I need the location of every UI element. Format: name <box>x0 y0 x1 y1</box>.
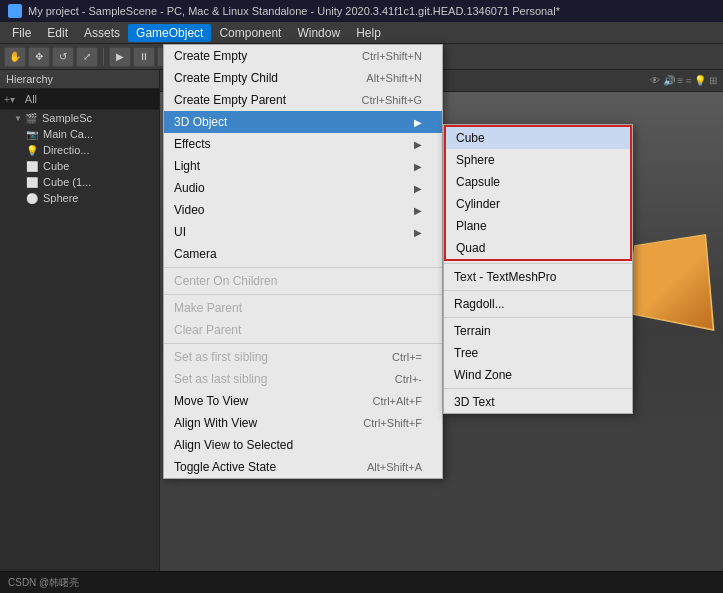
3dtext-label: 3D Text <box>454 395 494 409</box>
menu-edit[interactable]: Edit <box>39 24 76 42</box>
create-empty-child-shortcut: Alt+Shift+N <box>366 72 422 84</box>
menu-help[interactable]: Help <box>348 24 389 42</box>
cube-label: Cube <box>456 131 485 145</box>
hierarchy-item-directional[interactable]: 💡 Directio... <box>0 142 159 158</box>
3d-object-label: 3D Object <box>174 115 227 129</box>
cube-icon1: ⬜ <box>26 161 38 172</box>
scale-tool[interactable]: ⤢ <box>76 47 98 67</box>
menu-effects[interactable]: Effects ▶ <box>164 133 442 155</box>
make-parent-label: Make Parent <box>174 301 242 315</box>
menu-bar: File Edit Assets GameObject Component Wi… <box>0 22 723 44</box>
submenu-ragdoll[interactable]: Ragdoll... <box>444 293 632 315</box>
first-sibling-shortcut: Ctrl+= <box>392 351 422 363</box>
menu-move-to-view[interactable]: Move To View Ctrl+Alt+F <box>164 390 442 412</box>
toggle-active-shortcut: Alt+Shift+A <box>367 461 422 473</box>
submenu-quad[interactable]: Quad <box>446 237 630 259</box>
directional-label: Directio... <box>43 144 89 156</box>
add-hierarchy-btn[interactable]: +▾ <box>4 94 15 105</box>
center-children-label: Center On Children <box>174 274 277 288</box>
effects-arrow: ▶ <box>414 139 422 150</box>
menu-make-parent: Make Parent <box>164 297 442 319</box>
rotate-tool[interactable]: ↺ <box>52 47 74 67</box>
submenu-windzone[interactable]: Wind Zone <box>444 364 632 386</box>
create-empty-parent-shortcut: Ctrl+Shift+G <box>361 94 422 106</box>
menu-align-view-selected[interactable]: Align View to Selected <box>164 434 442 456</box>
menu-3d-object[interactable]: 3D Object ▶ <box>164 111 442 133</box>
submenu-textmeshpro[interactable]: Text - TextMeshPro <box>444 266 632 288</box>
hierarchy-item-samplescene[interactable]: ▼ 🎬 SampleSc <box>0 110 159 126</box>
ui-arrow: ▶ <box>414 227 422 238</box>
menu-toggle-active[interactable]: Toggle Active State Alt+Shift+A <box>164 456 442 478</box>
hierarchy-item-cube2[interactable]: ⬜ Cube (1... <box>0 174 159 190</box>
light-icon: 💡 <box>26 145 38 156</box>
plane-label: Plane <box>456 219 487 233</box>
terrain-label: Terrain <box>454 324 491 338</box>
window-title: My project - SampleScene - PC, Mac & Lin… <box>28 5 560 17</box>
scene-label: SampleSc <box>42 112 92 124</box>
menu-create-empty-parent[interactable]: Create Empty Parent Ctrl+Shift+G <box>164 89 442 111</box>
camera-label: Camera <box>174 247 217 261</box>
menu-clear-parent: Clear Parent <box>164 319 442 341</box>
menu-center-on-children: Center On Children <box>164 270 442 292</box>
cube2-label: Cube (1... <box>43 176 91 188</box>
submenu-sphere[interactable]: Sphere <box>446 149 630 171</box>
last-sibling-shortcut: Ctrl+- <box>395 373 422 385</box>
submenu-3dtext[interactable]: 3D Text <box>444 391 632 413</box>
menu-assets[interactable]: Assets <box>76 24 128 42</box>
hierarchy-item-cube1[interactable]: ⬜ Cube <box>0 158 159 174</box>
pause-btn[interactable]: ⏸ <box>133 47 155 67</box>
camera-icon: 📷 <box>26 129 38 140</box>
submenu-capsule[interactable]: Capsule <box>446 171 630 193</box>
menu-window[interactable]: Window <box>289 24 348 42</box>
align-with-view-label: Align With View <box>174 416 257 430</box>
menu-align-with-view[interactable]: Align With View Ctrl+Shift+F <box>164 412 442 434</box>
submenu-plane[interactable]: Plane <box>446 215 630 237</box>
submenu-tree[interactable]: Tree <box>444 342 632 364</box>
menu-camera[interactable]: Camera <box>164 243 442 265</box>
first-sibling-label: Set as first sibling <box>174 350 268 364</box>
submenu-sep2 <box>444 290 632 291</box>
hierarchy-search[interactable] <box>19 91 155 107</box>
menu-light[interactable]: Light ▶ <box>164 155 442 177</box>
quad-label: Quad <box>456 241 485 255</box>
hand-tool[interactable]: ✋ <box>4 47 26 67</box>
sep1 <box>164 267 442 268</box>
menu-first-sibling: Set as first sibling Ctrl+= <box>164 346 442 368</box>
menu-audio[interactable]: Audio ▶ <box>164 177 442 199</box>
menu-gameobject[interactable]: GameObject <box>128 24 211 42</box>
menu-video[interactable]: Video ▶ <box>164 199 442 221</box>
align-view-selected-label: Align View to Selected <box>174 438 293 452</box>
menu-file[interactable]: File <box>4 24 39 42</box>
submenu-sep3 <box>444 317 632 318</box>
submenu-cube[interactable]: Cube <box>446 127 630 149</box>
submenu-sep4 <box>444 388 632 389</box>
menu-component[interactable]: Component <box>211 24 289 42</box>
create-empty-child-label: Create Empty Child <box>174 71 278 85</box>
sphere-label: Sphere <box>43 192 78 204</box>
gameobject-dropdown: Create Empty Ctrl+Shift+N Create Empty C… <box>163 44 443 479</box>
create-empty-shortcut: Ctrl+Shift+N <box>362 50 422 62</box>
sphere-label: Sphere <box>456 153 495 167</box>
toggle-active-label: Toggle Active State <box>174 460 276 474</box>
move-tool[interactable]: ✥ <box>28 47 50 67</box>
sphere-icon: ⚪ <box>26 193 38 204</box>
audio-label: Audio <box>174 181 205 195</box>
menu-create-empty[interactable]: Create Empty Ctrl+Shift+N <box>164 45 442 67</box>
hierarchy-item-sphere[interactable]: ⚪ Sphere <box>0 190 159 206</box>
hierarchy-item-maincamera[interactable]: 📷 Main Ca... <box>0 126 159 142</box>
sep3 <box>164 343 442 344</box>
menu-last-sibling: Set as last sibling Ctrl+- <box>164 368 442 390</box>
light-arrow: ▶ <box>414 161 422 172</box>
bordered-group: Cube Sphere Capsule Cylinder Plane Quad <box>444 125 632 261</box>
clear-parent-label: Clear Parent <box>174 323 241 337</box>
scene-icon: 🎬 <box>25 113 37 124</box>
status-bar: CSDN @韩曙亮 <box>0 571 723 593</box>
submenu-terrain[interactable]: Terrain <box>444 320 632 342</box>
submenu-cylinder[interactable]: Cylinder <box>446 193 630 215</box>
hierarchy-panel: Hierarchy +▾ ▼ 🎬 SampleSc 📷 Main Ca... 💡… <box>0 70 160 571</box>
menu-ui[interactable]: UI ▶ <box>164 221 442 243</box>
align-with-view-shortcut: Ctrl+Shift+F <box>363 417 422 429</box>
menu-create-empty-child[interactable]: Create Empty Child Alt+Shift+N <box>164 67 442 89</box>
light-label: Light <box>174 159 200 173</box>
play-btn[interactable]: ▶ <box>109 47 131 67</box>
